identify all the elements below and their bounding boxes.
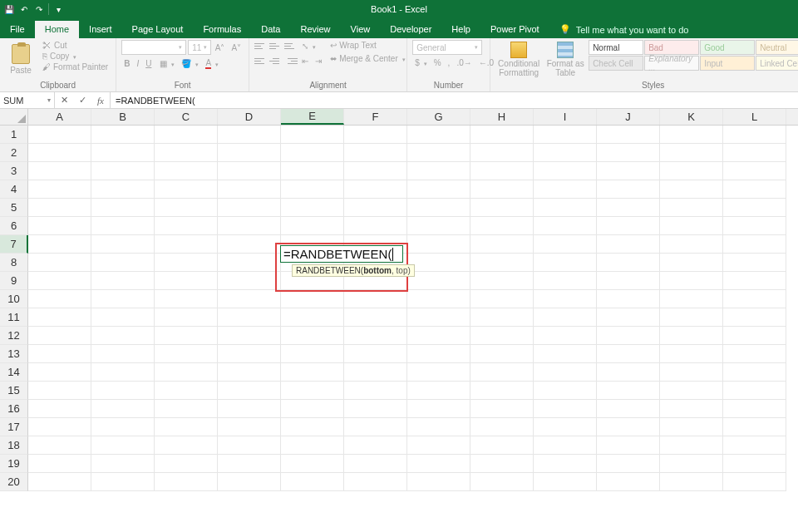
row-header-18[interactable]: 18	[0, 436, 28, 455]
cell-L5[interactable]	[723, 199, 786, 217]
cell-K5[interactable]	[660, 199, 723, 217]
cell-A15[interactable]	[28, 382, 91, 400]
cell-I4[interactable]	[534, 180, 597, 199]
cell-C6[interactable]	[155, 217, 218, 235]
cell-E1[interactable]	[281, 126, 344, 144]
cell-E16[interactable]	[281, 400, 344, 418]
column-header-E[interactable]: E	[281, 109, 344, 125]
cell-B20[interactable]	[91, 473, 155, 491]
cell-F1[interactable]	[344, 126, 407, 144]
column-header-F[interactable]: F	[344, 109, 407, 125]
style-explanatory[interactable]: Explanatory ...	[644, 56, 699, 71]
cell-D2[interactable]	[218, 144, 281, 162]
cell-H4[interactable]	[470, 180, 534, 199]
row-header-1[interactable]: 1	[0, 126, 28, 144]
cell-J18[interactable]	[597, 436, 660, 455]
enter-formula-icon[interactable]: ✓	[73, 95, 91, 106]
align-right-icon[interactable]	[284, 55, 298, 66]
cell-A2[interactable]	[28, 144, 91, 162]
cell-B11[interactable]	[91, 308, 155, 327]
cell-I20[interactable]	[534, 473, 597, 491]
cell-E10[interactable]	[281, 290, 344, 308]
column-header-K[interactable]: K	[660, 109, 723, 125]
cell-F12[interactable]	[344, 327, 407, 345]
cell-J10[interactable]	[597, 290, 660, 308]
cell-E12[interactable]	[281, 327, 344, 345]
cell-L7[interactable]	[723, 235, 786, 254]
column-header-H[interactable]: H	[470, 109, 534, 125]
copy-button[interactable]: ⎘ Copy	[40, 51, 111, 62]
conditional-formatting-button[interactable]: Conditional Formatting	[495, 40, 542, 79]
cell-L15[interactable]	[723, 382, 786, 400]
cell-E3[interactable]	[281, 162, 344, 180]
cell-I10[interactable]	[534, 290, 597, 308]
row-header-17[interactable]: 17	[0, 418, 28, 436]
cell-H17[interactable]	[470, 418, 534, 436]
cell-C11[interactable]	[155, 308, 218, 327]
tab-review[interactable]: Review	[290, 21, 340, 38]
cell-I1[interactable]	[534, 126, 597, 144]
cell-G20[interactable]	[407, 473, 470, 491]
tab-developer[interactable]: Developer	[380, 21, 441, 38]
cell-E19[interactable]	[281, 455, 344, 473]
cell-L14[interactable]	[723, 363, 786, 382]
merge-center-button[interactable]: ⬌Merge & Center	[328, 53, 408, 64]
cell-A8[interactable]	[28, 254, 91, 272]
cell-C18[interactable]	[155, 436, 218, 455]
qat-customize-icon[interactable]: ▾	[52, 3, 64, 15]
cell-D6[interactable]	[218, 217, 281, 235]
cell-L20[interactable]	[723, 473, 786, 491]
cell-K1[interactable]	[660, 126, 723, 144]
row-header-5[interactable]: 5	[0, 199, 28, 217]
cell-H9[interactable]	[470, 272, 534, 290]
cell-L17[interactable]	[723, 418, 786, 436]
cell-G6[interactable]	[407, 217, 470, 235]
cell-C17[interactable]	[155, 418, 218, 436]
cell-F17[interactable]	[344, 418, 407, 436]
cell-J9[interactable]	[597, 272, 660, 290]
select-all-corner[interactable]	[0, 109, 28, 125]
italic-button[interactable]: I	[134, 58, 141, 69]
cell-H15[interactable]	[470, 382, 534, 400]
cell-H11[interactable]	[470, 308, 534, 327]
cell-F4[interactable]	[344, 180, 407, 199]
cell-L11[interactable]	[723, 308, 786, 327]
increase-indent-icon[interactable]: ⇥	[313, 56, 324, 66]
cell-G7[interactable]	[407, 235, 470, 254]
align-center-icon[interactable]	[269, 55, 283, 66]
font-size-select[interactable]: 11▾	[188, 40, 211, 55]
cell-D10[interactable]	[218, 290, 281, 308]
cell-H19[interactable]	[470, 455, 534, 473]
wrap-text-button[interactable]: ↩Wrap Text	[328, 40, 408, 51]
cell-D4[interactable]	[218, 180, 281, 199]
cell-C7[interactable]	[155, 235, 218, 254]
cancel-formula-icon[interactable]: ✕	[55, 95, 73, 106]
cell-A16[interactable]	[28, 400, 91, 418]
cell-A20[interactable]	[28, 473, 91, 491]
cell-B17[interactable]	[91, 418, 155, 436]
cell-J12[interactable]	[597, 327, 660, 345]
cell-J3[interactable]	[597, 162, 660, 180]
number-format-select[interactable]: General▾	[412, 40, 482, 55]
cell-F14[interactable]	[344, 363, 407, 382]
cell-A14[interactable]	[28, 363, 91, 382]
cell-K13[interactable]	[660, 345, 723, 363]
cell-B10[interactable]	[91, 290, 155, 308]
cell-K7[interactable]	[660, 235, 723, 254]
cell-J14[interactable]	[597, 363, 660, 382]
row-header-12[interactable]: 12	[0, 327, 28, 345]
format-as-table-button[interactable]: Format as Table	[545, 40, 585, 79]
cell-K3[interactable]	[660, 162, 723, 180]
cell-I8[interactable]	[534, 254, 597, 272]
cell-L18[interactable]	[723, 436, 786, 455]
align-bottom-icon[interactable]	[284, 40, 298, 52]
cell-J8[interactable]	[597, 254, 660, 272]
row-header-13[interactable]: 13	[0, 345, 28, 363]
cell-A4[interactable]	[28, 180, 91, 199]
cell-G12[interactable]	[407, 327, 470, 345]
cell-A9[interactable]	[28, 272, 91, 290]
cell-L6[interactable]	[723, 217, 786, 235]
cell-G2[interactable]	[407, 144, 470, 162]
bold-button[interactable]: B	[121, 58, 132, 69]
tab-formulas[interactable]: Formulas	[193, 21, 251, 38]
